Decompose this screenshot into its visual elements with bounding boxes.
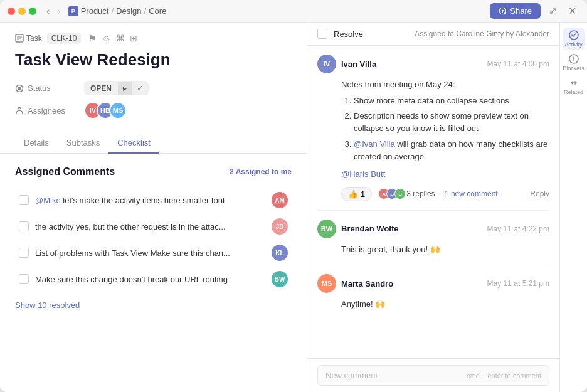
product-icon: P	[68, 6, 78, 16]
comment-list-item-1: Show more meta data on collapse sections	[354, 95, 549, 107]
share-button[interactable]: Share	[490, 3, 541, 19]
new-comment-hint: cmd + enter to comment	[467, 372, 541, 379]
task-id: CLK-10	[47, 33, 82, 44]
reply-avatars-1: A B C	[378, 188, 403, 199]
comment-list-item-3: @Ivan Villa will grab data on how many c…	[354, 138, 549, 163]
checklist-header: Assigned Comments 2 Assigned to me	[15, 166, 292, 177]
related-label: Related	[564, 89, 583, 95]
assigned-info: Assigned to Caroline Ginty by Alexander	[415, 29, 549, 38]
checklist-item: @Mike let's make the activity items here…	[15, 188, 292, 213]
checklist-checkbox-2[interactable]	[19, 221, 29, 231]
tag-icon[interactable]: ⌘	[116, 33, 125, 43]
breadcrumb-design[interactable]: Design	[116, 6, 141, 16]
resize-button[interactable]: ⤢	[546, 3, 560, 19]
left-panel: Task CLK-10 ⚑ ☺ ⌘ ⊞ Task View Redesign	[0, 23, 307, 392]
new-comment-bar: New comment cmd + enter to comment	[307, 358, 559, 392]
status-arrow[interactable]: ▸	[118, 82, 132, 95]
assigned-to-me[interactable]: 2 Assigned to me	[230, 167, 292, 176]
blockers-icon	[569, 54, 579, 64]
sidebar-activity-button[interactable]: Activity	[563, 28, 585, 50]
checklist-text-4: Make sure this change doesn't break our …	[35, 275, 265, 284]
flag-icon[interactable]: ⚑	[88, 33, 97, 43]
tabs: Details Subtasks Checklist	[0, 125, 307, 154]
checklist-checkbox-1[interactable]	[19, 195, 29, 205]
tab-checklist[interactable]: Checklist	[108, 133, 159, 154]
breadcrumb-product[interactable]: Product	[81, 6, 109, 16]
checklist-text-2: the activity yes, but the other request …	[35, 222, 265, 231]
comment-time-1: May 11 at 4:00 pm	[487, 60, 549, 68]
new-comment-link-1[interactable]: 1 new comment	[445, 189, 498, 198]
new-comment-placeholder: New comment	[325, 371, 378, 380]
reply-avatar-3: C	[394, 188, 406, 199]
status-field-label: Status	[15, 83, 84, 93]
checklist-assignee-1: AM	[272, 192, 288, 208]
back-button[interactable]: ‹	[44, 4, 52, 18]
tab-details[interactable]: Details	[15, 133, 58, 154]
comment-tagged-1: @Haris Butt	[341, 168, 549, 181]
tab-subtasks[interactable]: Subtasks	[58, 133, 108, 154]
checklist-checkbox-4[interactable]	[19, 274, 29, 284]
emoji-icon[interactable]: ☺	[102, 33, 110, 43]
comment-footer-1: 👍 1 A B C 3 replies	[317, 187, 549, 201]
comment-header-1: IV Ivan Villa May 11 at 4:00 pm	[317, 55, 549, 73]
right-panel: Resolve Assigned to Caroline Ginty by Al…	[307, 23, 587, 392]
comment-avatar-1: IV	[317, 55, 336, 73]
comments-scroll[interactable]: IV Ivan Villa May 11 at 4:00 pm Notes fr…	[307, 46, 559, 358]
comment-list-item-2: Description needs to show some preview t…	[354, 110, 549, 135]
resolve-bar: Resolve Assigned to Caroline Ginty by Al…	[307, 23, 559, 46]
assignee-avatars[interactable]: IV HB MS	[84, 102, 127, 119]
breadcrumb-core[interactable]: Core	[149, 6, 166, 16]
activity-label: Activity	[564, 41, 583, 48]
status-check[interactable]: ✓	[132, 81, 149, 95]
checklist-assignee-2: JD	[272, 218, 288, 235]
new-comment-input-wrapper[interactable]: New comment cmd + enter to comment	[317, 365, 549, 386]
maximize-dot[interactable]	[29, 8, 36, 15]
titlebar-actions: Share ⤢ ✕	[490, 3, 579, 19]
comment-body-3: Anytime! 🙌	[317, 298, 549, 310]
comment-body-2: This is great, thank you! 🙌	[317, 243, 549, 256]
checklist-checkbox-3[interactable]	[19, 248, 29, 258]
minimize-dot[interactable]	[18, 8, 26, 15]
forward-button[interactable]: ›	[55, 4, 63, 18]
activity-icon	[569, 30, 579, 40]
nav-arrows: ‹ ›	[44, 4, 63, 18]
close-button[interactable]: ✕	[565, 3, 579, 19]
checklist-section: Assigned Comments 2 Assigned to me @Mike…	[0, 154, 307, 322]
comments-area: Resolve Assigned to Caroline Ginty by Al…	[307, 23, 559, 392]
checklist-text-1: @Mike let's make the activity items here…	[35, 196, 265, 205]
sidebar-related-button[interactable]: Related	[563, 75, 585, 98]
replies-count-1[interactable]: 3 replies	[406, 189, 435, 198]
sidebar-blockers-button[interactable]: Blockers	[563, 51, 585, 74]
comment-time-3: May 11 at 5:21 pm	[487, 279, 549, 288]
comment-block-3: MS Marta Sandro May 11 at 5:21 pm Anytim…	[317, 265, 549, 319]
close-dot[interactable]	[8, 8, 15, 15]
comment-block-2: BW Brendan Wolfe May 11 at 4:22 pm This …	[317, 211, 549, 265]
mention-haris[interactable]: @Haris Butt	[341, 169, 385, 179]
show-resolved-button[interactable]: Show 10 resolved	[15, 300, 80, 310]
task-header: Task CLK-10 ⚑ ☺ ⌘ ⊞ Task View Redesign	[0, 23, 307, 125]
assignee-avatar-3[interactable]: MS	[109, 102, 127, 119]
comment-author-3: Marta Sandro	[341, 279, 482, 289]
share-label: Share	[510, 6, 532, 16]
task-type-icon	[15, 34, 24, 43]
reaction-count-1: 1	[361, 189, 365, 199]
task-type-item: Task	[15, 34, 42, 43]
checklist-items: @Mike let's make the activity items here…	[15, 188, 292, 292]
comment-header-2: BW Brendan Wolfe May 11 at 4:22 pm	[317, 220, 549, 238]
main-content: Task CLK-10 ⚑ ☺ ⌘ ⊞ Task View Redesign	[0, 23, 587, 392]
comment-author-1: Ivan Villa	[341, 60, 482, 69]
replies-info-1: A B C 3 replies · 1 new comment	[378, 188, 497, 199]
blockers-label: Blockers	[563, 65, 584, 72]
checklist-item: Make sure this change doesn't break our …	[15, 267, 292, 292]
checklist-text-3: List of problems with Task View Make sur…	[35, 248, 265, 258]
comment-avatar-2: BW	[317, 220, 336, 238]
reaction-button-1[interactable]: 👍 1	[341, 187, 372, 201]
resolve-checkbox[interactable]	[317, 29, 327, 39]
mention-ivan: @Ivan Villa	[354, 139, 395, 149]
right-sidebar: Activity Blockers	[559, 23, 587, 392]
comment-time-2: May 11 at 4:22 pm	[487, 225, 549, 233]
attach-icon[interactable]: ⊞	[130, 33, 137, 43]
task-title: Task View Redesign	[15, 50, 292, 70]
svg-point-6	[573, 60, 574, 61]
reply-button-1[interactable]: Reply	[530, 189, 549, 198]
